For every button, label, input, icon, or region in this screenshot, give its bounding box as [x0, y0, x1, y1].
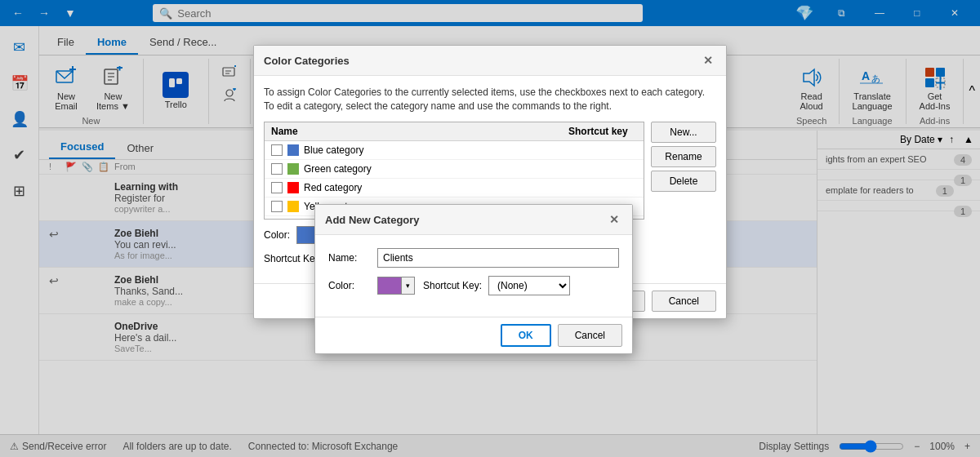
- category-row-red[interactable]: Red category: [265, 179, 644, 197]
- delete-category-button[interactable]: Delete: [651, 171, 716, 192]
- name-row: Name:: [328, 248, 619, 268]
- dialog-title-text: Color Categories: [264, 55, 350, 67]
- cat-checkbox-red[interactable]: [271, 182, 283, 193]
- category-row-green[interactable]: Green category: [265, 160, 644, 179]
- add-cat-shortcut-select[interactable]: (None): [488, 276, 570, 295]
- dialog-title: Color Categories ✕: [254, 46, 726, 76]
- color-label: Color:: [264, 229, 290, 241]
- add-cat-ok-button[interactable]: OK: [501, 324, 551, 347]
- add-cat-title: Add New Category ✕: [315, 205, 632, 235]
- cat-color-yellow: [287, 201, 299, 212]
- add-cat-footer: OK Cancel: [315, 317, 632, 353]
- name-label: Name:: [328, 252, 377, 264]
- dialog-action-buttons: New... Rename Delete: [651, 122, 716, 273]
- form-color-arrow[interactable]: ▾: [402, 277, 415, 295]
- category-name-input[interactable]: [377, 248, 619, 268]
- add-category-dialog: Add New Category ✕ Name: Color: ▾ Shortc…: [314, 204, 633, 354]
- cat-color-blue: [287, 144, 299, 156]
- new-category-button[interactable]: New...: [651, 122, 716, 143]
- shortcut-key-field-label: Shortcut Key:: [415, 280, 488, 291]
- category-row-blue[interactable]: Blue category: [265, 141, 644, 160]
- rename-category-button[interactable]: Rename: [651, 146, 716, 167]
- col-name-header: Name: [265, 122, 562, 140]
- color-row: Color: ▾ Shortcut Key: (None): [328, 276, 619, 295]
- add-cat-body: Name: Color: ▾ Shortcut Key: (None): [315, 235, 632, 317]
- cat-name-red: Red category: [304, 182, 555, 193]
- cat-name-green: Green category: [304, 163, 555, 175]
- dialog-close-button[interactable]: ✕: [700, 52, 716, 69]
- cat-color-green: [287, 163, 299, 175]
- category-list-header: Name Shortcut key: [265, 122, 644, 141]
- form-color-row: ▾: [377, 277, 415, 295]
- color-field-label: Color:: [328, 280, 377, 291]
- dialog-description: To assign Color Categories to the curren…: [264, 86, 716, 113]
- color-dialog-cancel-button[interactable]: Cancel: [652, 291, 716, 312]
- cat-name-blue: Blue category: [304, 144, 555, 156]
- cat-checkbox-blue[interactable]: [271, 144, 283, 156]
- form-color-box[interactable]: [377, 277, 402, 295]
- cat-checkbox-green[interactable]: [271, 163, 283, 175]
- col-shortcut-header: Shortcut key: [562, 122, 644, 140]
- cat-checkbox-yellow[interactable]: [271, 201, 283, 212]
- cat-color-red: [287, 182, 299, 193]
- add-cat-cancel-button[interactable]: Cancel: [558, 324, 622, 347]
- add-cat-title-text: Add New Category: [325, 214, 420, 226]
- add-cat-close-button[interactable]: ✕: [606, 211, 622, 228]
